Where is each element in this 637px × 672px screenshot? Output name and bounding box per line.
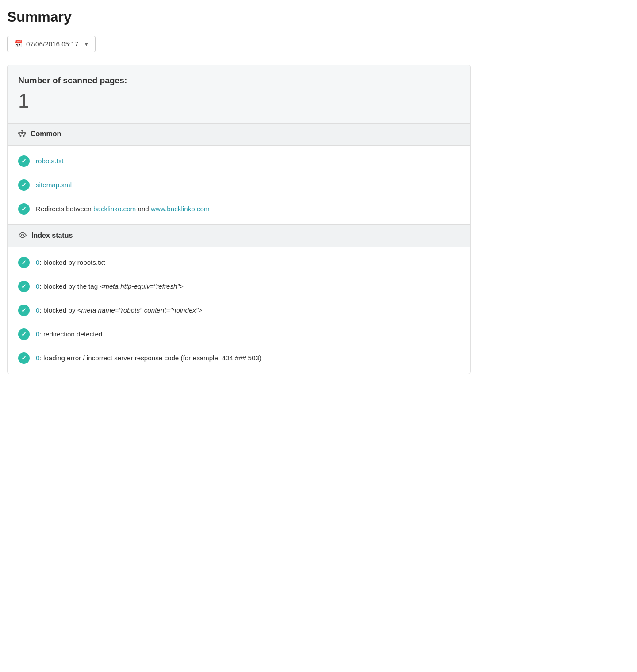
- redirects-prefix: Redirects between: [36, 205, 93, 212]
- blocked-meta-refresh-text: : blocked by the tag: [39, 282, 100, 290]
- blocked-robots-text: : blocked by robots.txt: [39, 259, 105, 266]
- check-icon-robots-txt: ✓: [18, 155, 30, 167]
- svg-point-11: [22, 234, 24, 236]
- common-section-title: Common: [31, 130, 61, 138]
- check-icon-loading-error: ✓: [18, 352, 30, 364]
- redirects-item: ✓ Redirects between backlinko.com and ww…: [8, 197, 470, 221]
- svg-rect-5: [23, 135, 25, 137]
- check-icon-blocked-meta-noindex: ✓: [18, 305, 30, 316]
- index-status-section-header: Index status: [8, 225, 470, 247]
- summary-card: Number of scanned pages: 1 Common ✓: [7, 65, 471, 374]
- blocked-meta-refresh-code: <meta http-equiv="refresh">: [100, 282, 183, 290]
- scanned-pages-section: Number of scanned pages: 1: [8, 65, 470, 124]
- check-icon-blocked-robots: ✓: [18, 257, 30, 268]
- chevron-down-icon: ▼: [84, 41, 89, 47]
- check-icon-redirection-detected: ✓: [18, 328, 30, 340]
- loading-error-item: ✓ 0: loading error / incorrect server re…: [8, 346, 470, 370]
- check-icon-redirects: ✓: [18, 203, 30, 215]
- check-icon-sitemap-xml: ✓: [18, 179, 30, 191]
- robots-txt-item: ✓ robots.txt: [8, 149, 470, 173]
- redirection-detected-item: ✓ 0: redirection detected: [8, 322, 470, 346]
- blocked-meta-refresh-item: ✓ 0: blocked by the tag <meta http-equiv…: [8, 274, 470, 298]
- robots-txt-link[interactable]: robots.txt: [36, 157, 63, 165]
- svg-rect-4: [20, 135, 22, 137]
- scanned-pages-count: 1: [18, 91, 460, 111]
- scanned-pages-label: Number of scanned pages:: [18, 76, 460, 85]
- blocked-meta-noindex-item: ✓ 0: blocked by <meta name="robots" cont…: [8, 298, 470, 322]
- sitemap-icon: [18, 130, 26, 139]
- common-section-content: ✓ robots.txt ✓ sitemap.xml ✓ Redirects b…: [8, 146, 470, 225]
- svg-line-10: [24, 134, 26, 135]
- blocked-meta-noindex-code: <meta name="robots" content="noindex">: [77, 306, 202, 314]
- date-selector-dropdown[interactable]: 📅 07/06/2016 05:17 ▼: [7, 36, 96, 52]
- index-status-section-content: ✓ 0: blocked by robots.txt ✓ 0: blocked …: [8, 247, 470, 374]
- redirect-link-2[interactable]: www.backlinko.com: [151, 205, 210, 212]
- eye-icon: [18, 231, 27, 240]
- common-section-header: Common: [8, 124, 470, 146]
- blocked-meta-noindex-text: : blocked by: [39, 306, 77, 314]
- check-icon-blocked-meta-refresh: ✓: [18, 281, 30, 292]
- redirect-link-1[interactable]: backlinko.com: [93, 205, 136, 212]
- calendar-icon: 📅: [14, 40, 23, 48]
- svg-line-9: [19, 134, 21, 135]
- sitemap-xml-link[interactable]: sitemap.xml: [36, 181, 72, 189]
- page-title: Summary: [7, 9, 471, 25]
- svg-rect-0: [21, 130, 23, 131]
- redirects-middle: and: [136, 205, 151, 212]
- blocked-robots-item: ✓ 0: blocked by robots.txt: [8, 251, 470, 274]
- index-status-section-title: Index status: [31, 232, 73, 239]
- date-selector-value: 07/06/2016 05:17: [26, 40, 78, 48]
- redirection-detected-text: : redirection detected: [39, 330, 102, 338]
- loading-error-text: : loading error / incorrect server respo…: [39, 354, 261, 362]
- sitemap-xml-item: ✓ sitemap.xml: [8, 173, 470, 197]
